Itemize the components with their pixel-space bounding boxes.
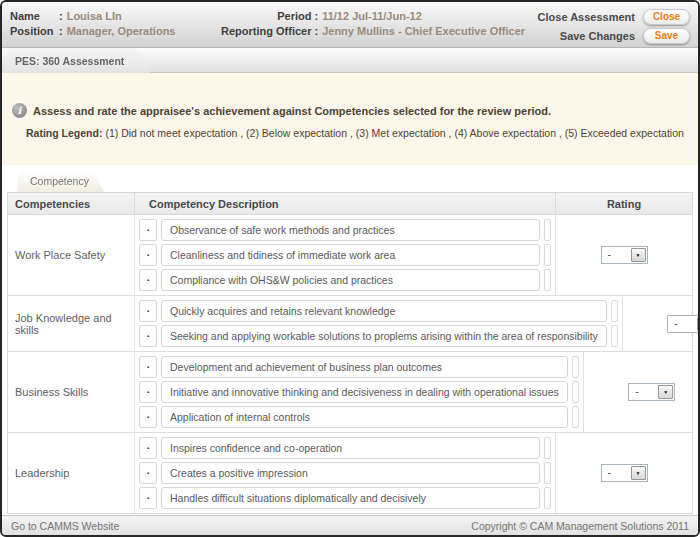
competency-description-field: Handles difficult situations diplomatica… xyxy=(161,487,540,509)
competency-description-field: Inspires confidence and co-operation xyxy=(161,437,540,459)
save-button[interactable]: Save xyxy=(643,28,690,44)
field-trailing-box xyxy=(544,269,551,291)
description-row: ▪ Initiative and innovative thinking and… xyxy=(139,381,579,403)
position-label: Position xyxy=(10,24,56,39)
rating-legend-label: Rating Legend: xyxy=(26,127,102,139)
competency-description-field: Development and achievement of business … xyxy=(161,356,568,378)
description-row: ▪ Inspires confidence and co-operation xyxy=(139,437,551,459)
bullet-icon: ▪ xyxy=(139,325,157,347)
rating-select-value: - xyxy=(629,387,658,397)
save-changes-label: Save Changes xyxy=(560,30,635,42)
instruction-line: i Assess and rate the appraisee's achiev… xyxy=(12,103,688,118)
rating-cell: - ▼ xyxy=(584,352,700,432)
rating-select[interactable]: - ▼ xyxy=(628,383,675,401)
description-row: ▪ Handles difficult situations diplomati… xyxy=(139,487,551,509)
competency-group-work-place-safety: Work Place Safety ▪ Observance of safe w… xyxy=(8,215,692,295)
rating-select-value: - xyxy=(602,250,631,260)
position-value: Manager, Operations xyxy=(67,24,176,39)
bullet-icon: ▪ xyxy=(139,406,157,428)
rating-select-value: - xyxy=(602,468,631,478)
column-header-competencies: Competencies xyxy=(8,193,135,214)
column-header-description: Competency Description xyxy=(135,193,556,214)
info-banner: i Assess and rate the appraisee's achiev… xyxy=(2,73,698,165)
field-trailing-box xyxy=(544,219,551,241)
name-value: Louisa LIn xyxy=(67,9,122,24)
competency-descriptions: ▪ Observance of safe work methods and pr… xyxy=(135,215,556,295)
description-row: ▪ Observance of safe work methods and pr… xyxy=(139,219,551,241)
competency-description-field: Application of internal controls xyxy=(161,406,568,428)
rating-select[interactable]: - ▼ xyxy=(601,464,648,482)
table-header-row: Competencies Competency Description Rati… xyxy=(8,193,692,215)
period-label: Period xyxy=(203,9,311,24)
rating-cell: - ▼ xyxy=(556,433,692,513)
description-row: ▪ Development and achievement of busines… xyxy=(139,356,579,378)
period-separator: : xyxy=(314,9,318,24)
description-row: ▪ Seeking and applying workable solution… xyxy=(139,325,618,347)
rating-cell: - ▼ xyxy=(623,296,700,351)
bullet-icon: ▪ xyxy=(139,244,157,266)
competency-descriptions: ▪ Inspires confidence and co-operation ▪… xyxy=(135,433,556,513)
field-trailing-box xyxy=(572,381,579,403)
info-icon: i xyxy=(12,103,27,118)
name-label: Name xyxy=(10,9,56,24)
description-row: ▪ Quickly acquires and retains relevant … xyxy=(139,300,618,322)
field-trailing-box xyxy=(544,244,551,266)
field-trailing-box xyxy=(572,406,579,428)
competency-name: Business Skills xyxy=(8,352,135,432)
close-assessment-row: Close Assessment Close xyxy=(538,9,690,25)
camms-website-link[interactable]: Go to CAMMS Website xyxy=(11,520,119,532)
reporting-officer-row: Reporting Officer : Jenny Mullins - Chie… xyxy=(203,24,525,39)
main-content: Competency Competencies Competency Descr… xyxy=(2,165,698,515)
field-trailing-box xyxy=(544,462,551,484)
bullet-icon: ▪ xyxy=(139,462,157,484)
competency-description-field: Initiative and innovative thinking and d… xyxy=(161,381,568,403)
competency-descriptions: ▪ Quickly acquires and retains relevant … xyxy=(135,296,623,351)
tab-pes-360-assessment[interactable]: PES: 360 Assessment xyxy=(2,48,150,73)
competency-group-leadership: Leadership ▪ Inspires confidence and co-… xyxy=(8,432,692,513)
competency-description-field: Creates a positive impression xyxy=(161,462,540,484)
reporting-officer-label: Reporting Officer xyxy=(203,24,311,39)
header-actions: Close Assessment Close Save Changes Save xyxy=(525,9,690,47)
app-window: Name : Louisa LIn Position : Manager, Op… xyxy=(0,0,700,537)
bullet-icon: ▪ xyxy=(139,381,157,403)
competency-description-field: Cleanliness and tidiness of immediate wo… xyxy=(161,244,540,266)
name-row: Name : Louisa LIn xyxy=(10,9,203,24)
rating-legend-text: (1) Did not meet expectation , (2) Below… xyxy=(105,127,683,139)
rating-select[interactable]: - ▼ xyxy=(601,246,648,264)
field-trailing-box xyxy=(544,487,551,509)
period-value: 11/12 Jul-11/Jun-12 xyxy=(322,9,422,24)
reporting-officer-separator: : xyxy=(314,24,318,39)
competency-group-business-skills: Business Skills ▪ Development and achiev… xyxy=(8,351,692,432)
competency-group-job-knowledge: Job Knowledge and skills ▪ Quickly acqui… xyxy=(8,295,692,351)
nav-tabstrip: PES: 360 Assessment xyxy=(2,48,698,73)
period-info: Period : 11/12 Jul-11/Jun-12 Reporting O… xyxy=(203,9,525,47)
competency-descriptions: ▪ Development and achievement of busines… xyxy=(135,352,584,432)
field-trailing-box xyxy=(572,356,579,378)
rating-cell: - ▼ xyxy=(556,215,692,295)
competency-description-field: Quickly acquires and retains relevant kn… xyxy=(161,300,607,322)
chevron-down-icon[interactable]: ▼ xyxy=(658,385,673,399)
competency-name: Leadership xyxy=(8,433,135,513)
instruction-text: Assess and rate the appraisee's achievem… xyxy=(33,105,551,117)
chevron-down-icon[interactable]: ▼ xyxy=(631,248,646,262)
tab-competency[interactable]: Competency xyxy=(18,170,104,192)
description-row: ▪ Creates a positive impression xyxy=(139,462,551,484)
rating-select[interactable]: - ▼ xyxy=(667,315,700,333)
name-separator: : xyxy=(59,9,63,24)
bullet-icon: ▪ xyxy=(139,437,157,459)
field-trailing-box xyxy=(611,325,618,347)
field-trailing-box xyxy=(611,300,618,322)
close-button[interactable]: Close xyxy=(643,9,690,25)
bullet-icon: ▪ xyxy=(139,219,157,241)
bullet-icon: ▪ xyxy=(139,269,157,291)
rating-select-value: - xyxy=(668,319,697,329)
description-row: ▪ Compliance with OHS&W policies and pra… xyxy=(139,269,551,291)
competency-description-field: Compliance with OHS&W policies and pract… xyxy=(161,269,540,291)
period-row: Period : 11/12 Jul-11/Jun-12 xyxy=(203,9,525,24)
copyright-text: Copyright © CAM Management Solutions 201… xyxy=(471,520,689,532)
field-trailing-box xyxy=(544,437,551,459)
competency-description-field: Seeking and applying workable solutions … xyxy=(161,325,607,347)
close-assessment-label: Close Assessment xyxy=(538,11,635,23)
bullet-icon: ▪ xyxy=(139,300,157,322)
chevron-down-icon[interactable]: ▼ xyxy=(631,466,646,480)
